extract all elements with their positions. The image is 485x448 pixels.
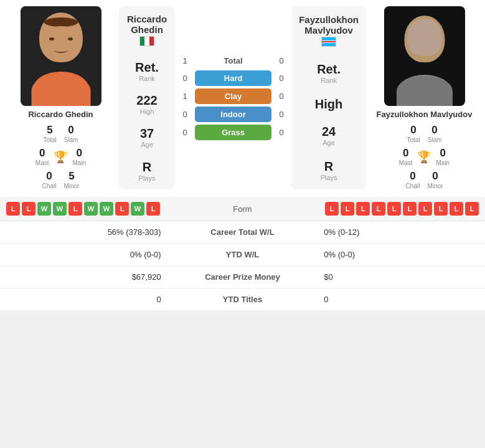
form-badge: L (372, 202, 385, 216)
form-badge: L (450, 202, 463, 216)
left-total-block: 5 Total (44, 124, 57, 143)
stat-right-val: $0 (315, 266, 485, 288)
left-player-header: Riccardo Ghedin (127, 14, 167, 46)
stat-left-val: 0% (0-0) (0, 244, 170, 266)
right-plays-val: R (321, 160, 337, 174)
left-chall-label: Chall (42, 183, 57, 189)
stat-left-val: $67,920 (0, 266, 170, 288)
indoor-left-num: 0 (179, 110, 191, 119)
form-badge: L (6, 202, 20, 216)
right-stats-box: Fayzullokhon Mavlyudov Ret. Rank High 24… (291, 6, 366, 189)
form-badge: W (84, 202, 98, 216)
middle-panel: Riccardo Ghedin Ret. Rank 222 High 37 Ag… (119, 6, 366, 189)
left-rank-val: Ret. (135, 60, 159, 75)
indoor-button[interactable]: Indoor (195, 107, 271, 122)
clay-right-num: 0 (275, 92, 288, 101)
left-main-block: 0 Main (72, 147, 86, 166)
grass-button[interactable]: Grass (195, 125, 271, 140)
total-label: Total (195, 56, 271, 65)
left-slam-block: 0 Slam (64, 124, 78, 143)
right-main-block: 0 Main (436, 147, 450, 166)
left-high-item: 222 High (136, 93, 157, 115)
form-badge: L (418, 202, 432, 216)
right-name-line1: Fayzullokhon (299, 14, 359, 25)
right-mast-label: Mast (399, 160, 413, 166)
right-minor-label: Minor (427, 183, 443, 189)
left-minor-block: 5 Minor (64, 170, 79, 189)
left-minor-label: Minor (64, 183, 79, 189)
stats-row: 56% (378-303) Career Total W/L 0% (0-12) (0, 221, 485, 244)
surface-row-indoor[interactable]: 0 Indoor 0 (179, 107, 288, 122)
right-mast-block: 0 Mast (399, 147, 413, 166)
left-chall-block: 0 Chall (42, 170, 57, 189)
total-row: 1 Total 0 (179, 56, 288, 65)
form-badge: L (115, 202, 129, 216)
right-player-name: Fayzullokhon Mavlyudov (377, 110, 473, 119)
right-high-item: High (315, 97, 342, 112)
surface-row-hard[interactable]: 0 Hard 0 (179, 70, 288, 86)
form-label: Form (205, 204, 280, 214)
surface-row-clay[interactable]: 1 Clay 0 (179, 88, 288, 104)
top-section: Riccardo Ghedin 5 Total 0 Slam 0 Mast 🏆 (0, 0, 485, 196)
left-main-val: 0 (72, 147, 86, 160)
stat-left-val: 56% (378-303) (0, 221, 170, 244)
left-player-card: Riccardo Ghedin 5 Total 0 Slam 0 Mast 🏆 (6, 6, 115, 189)
form-badge: L (387, 202, 401, 216)
left-plays-val: R (139, 160, 156, 174)
form-row: LLWWLWWLWL Form LLLLLLLLLL (0, 197, 485, 221)
right-age-lbl: Age (322, 139, 336, 146)
form-badge: W (37, 202, 51, 216)
right-total-val: 0 (407, 124, 420, 136)
form-badge: L (465, 202, 479, 216)
form-badge: L (356, 202, 370, 216)
left-name-line1: Riccardo (127, 14, 167, 24)
right-name-line2: Mavlyudov (299, 25, 359, 36)
stat-center-label: Career Prize Money (170, 266, 316, 288)
left-rank-item: Ret. Rank (135, 60, 159, 82)
right-main-val: 0 (436, 147, 450, 160)
right-minor-val: 0 (427, 170, 443, 183)
form-badge: L (341, 202, 354, 216)
left-plays-item: R Plays (139, 160, 156, 182)
right-slam-label: Slam (428, 136, 442, 143)
stat-center-label: YTD W/L (170, 244, 316, 266)
left-stats-box: Riccardo Ghedin Ret. Rank 222 High 37 Ag… (119, 6, 175, 189)
hard-button[interactable]: Hard (195, 70, 271, 86)
bottom-section: LLWWLWWLWL Form LLLLLLLLLL 56% (378-303)… (0, 197, 485, 311)
grass-left-num: 0 (179, 128, 191, 137)
left-player-photo (21, 6, 101, 106)
clay-left-num: 1 (179, 92, 191, 101)
right-flag-icon (321, 37, 336, 47)
surface-row-grass[interactable]: 0 Grass 0 (179, 125, 288, 140)
left-form-badges: LLWWLWWLWL (6, 202, 205, 216)
stat-right-val: 0% (0-0) (315, 244, 485, 266)
right-total-label: Total (407, 136, 420, 143)
left-age-lbl: Age (140, 141, 154, 148)
left-chall-val: 0 (42, 170, 57, 183)
stats-row: 0% (0-0) YTD W/L 0% (0-0) (0, 244, 485, 266)
left-main-label: Main (72, 160, 86, 166)
left-flag-icon (139, 36, 154, 46)
stats-row: $67,920 Career Prize Money $0 (0, 266, 485, 288)
left-mast-val: 0 (35, 147, 49, 160)
right-form-badges: LLLLLLLLLL (280, 202, 479, 216)
clay-button[interactable]: Clay (195, 88, 271, 104)
right-minor-block: 0 Minor (427, 170, 443, 189)
left-total-val: 5 (44, 124, 57, 136)
right-player-photo (384, 6, 465, 106)
right-rank-lbl: Rank (317, 77, 341, 84)
hard-left-num: 0 (179, 74, 191, 83)
left-age-item: 37 Age (140, 126, 154, 148)
left-stats-row2: 0 Chall 5 Minor (42, 170, 80, 189)
right-trophy-row: 0 Mast 🏆 0 Main (399, 147, 450, 166)
left-trophy-icon: 🏆 (54, 150, 67, 164)
right-trophy-icon: 🏆 (417, 150, 431, 164)
hard-right-num: 0 (275, 74, 288, 83)
main-container: Riccardo Ghedin 5 Total 0 Slam 0 Mast 🏆 (0, 0, 485, 311)
total-right-num: 0 (275, 56, 288, 65)
form-badge: L (403, 202, 417, 216)
left-player-name: Riccardo Ghedin (28, 110, 93, 119)
stat-right-val: 0% (0-12) (315, 221, 485, 244)
right-mast-val: 0 (399, 147, 413, 160)
form-badge: L (434, 202, 448, 216)
